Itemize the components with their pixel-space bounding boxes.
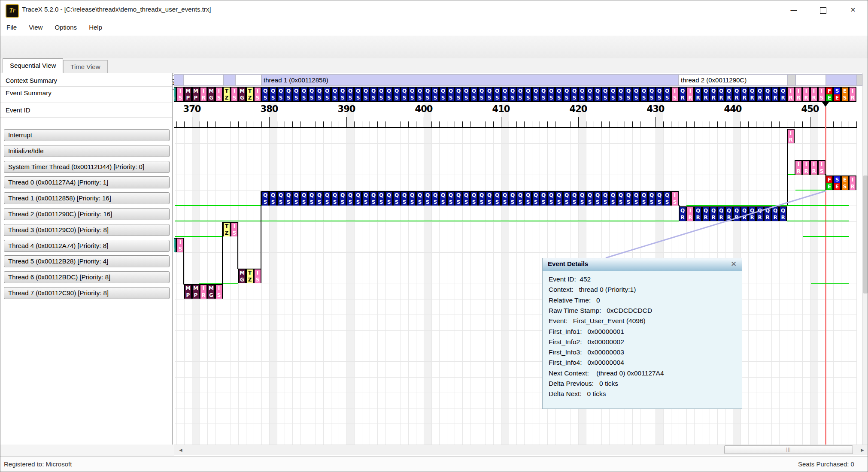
summary-event-box-MP[interactable]: MP — [184, 87, 192, 102]
summary-event-box-QS[interactable]: QS — [424, 87, 431, 102]
context-button-4[interactable]: Thread 1 (0x00112858) [Priority: 16] — [4, 192, 170, 204]
summary-event-box-QR[interactable]: QR — [779, 87, 787, 102]
summary-event-box-QS[interactable]: QS — [362, 87, 370, 102]
vertical-scrollbar-thumb[interactable] — [863, 175, 868, 293]
scroll-right-arrow[interactable]: ► — [860, 447, 865, 453]
summary-event-box-QS[interactable]: QS — [555, 87, 563, 102]
summary-event-box-QS[interactable]: QS — [617, 87, 625, 102]
context-button-6[interactable]: Thread 3 (0x001129C0) [Priority: 8] — [4, 224, 170, 236]
canvas-event-box-QS[interactable]: QS — [509, 191, 516, 206]
summary-event-box-QR[interactable]: QR — [717, 87, 725, 102]
canvas-event-box-QS[interactable]: QS — [354, 191, 362, 206]
canvas-event-box-QR[interactable]: QR — [741, 206, 748, 221]
canvas-event-box-IR[interactable]: IR — [200, 284, 207, 299]
summary-event-box-IR[interactable]: IR — [787, 87, 795, 102]
summary-event-box-QS[interactable]: QS — [300, 87, 308, 102]
summary-event-box-QR[interactable]: QR — [748, 87, 756, 102]
summary-event-box-IR[interactable]: IR — [686, 87, 694, 102]
summary-event-box-QS[interactable]: QS — [594, 87, 601, 102]
timeline-canvas[interactable]: thread 1 (0x00112858)thread 2 (0x0011290… — [174, 73, 862, 445]
summary-event-box-QS[interactable]: QS — [277, 87, 285, 102]
canvas-event-box-QS[interactable]: QS — [648, 191, 656, 206]
canvas-event-box-QS[interactable]: QS — [632, 191, 640, 206]
context-button-7[interactable]: Thread 4 (0x00112A74) [Priority: 8] — [4, 240, 170, 252]
canvas-event-box-QS[interactable]: QS — [617, 191, 625, 206]
canvas-event-box-IR[interactable]: IR — [849, 175, 856, 190]
summary-event-box-SE[interactable]: SE — [833, 87, 841, 102]
canvas-event-box-QR[interactable]: QR — [733, 206, 741, 221]
canvas-event-box-QR[interactable]: QR — [717, 206, 725, 221]
context-button-9[interactable]: Thread 6 (0x00112BDC) [Priority: 8] — [4, 271, 170, 283]
canvas-event-box-QS[interactable]: QS — [532, 191, 540, 206]
summary-event-box-TZ[interactable]: TZ — [246, 87, 254, 102]
summary-event-box-QS[interactable]: QS — [269, 87, 277, 102]
context-button-1[interactable]: Initialize/Idle — [4, 145, 170, 157]
summary-event-box-QS[interactable]: QS — [563, 87, 571, 102]
summary-event-box-QS[interactable]: QS — [648, 87, 656, 102]
summary-event-box-MP[interactable]: MP — [192, 87, 200, 102]
canvas-event-box-QR[interactable]: QR — [771, 206, 779, 221]
summary-event-box-QS[interactable]: QS — [346, 87, 354, 102]
summary-event-box-IS[interactable]: IS — [671, 87, 679, 102]
summary-event-box-QS[interactable]: QS — [656, 87, 663, 102]
canvas-event-box-MG[interactable]: MG — [207, 284, 215, 299]
summary-event-box-QR[interactable]: QR — [679, 87, 686, 102]
context-button-0[interactable]: Interrupt — [4, 129, 170, 141]
summary-event-box-QS[interactable]: QS — [385, 87, 393, 102]
canvas-event-box-QS[interactable]: QS — [516, 191, 524, 206]
summary-event-box-TZ[interactable]: TZ — [223, 87, 231, 102]
canvas-event-box-QS[interactable]: QS — [292, 191, 300, 206]
canvas-event-box-TZ[interactable]: TZ — [223, 222, 231, 236]
canvas-event-box-QS[interactable]: QS — [377, 191, 385, 206]
canvas-event-box-IS[interactable]: IS — [231, 222, 238, 236]
summary-event-box-QS[interactable]: QS — [493, 87, 501, 102]
canvas-event-box-QS[interactable]: QS — [300, 191, 308, 206]
canvas-event-box-QS[interactable]: QS — [578, 191, 586, 206]
canvas-event-box-QS[interactable]: QS — [424, 191, 431, 206]
summary-event-box-QR[interactable]: QR — [764, 87, 771, 102]
summary-event-box-QS[interactable]: QS — [377, 87, 385, 102]
menu-item-file[interactable]: File — [0, 20, 23, 31]
summary-event-box-QS[interactable]: QS — [601, 87, 609, 102]
canvas-event-box-QR[interactable]: QR — [764, 206, 771, 221]
summary-event-box-QS[interactable]: QS — [431, 87, 439, 102]
canvas-event-box-QS[interactable]: QS — [439, 191, 447, 206]
canvas-event-box-QS[interactable]: QS — [555, 191, 563, 206]
summary-event-box-FE[interactable]: FE — [826, 87, 833, 102]
canvas-event-box-QR[interactable]: QR — [702, 206, 710, 221]
summary-event-box-QS[interactable]: QS — [632, 87, 640, 102]
canvas-event-box-QS[interactable]: QS — [285, 191, 292, 206]
maximize-button[interactable] — [809, 0, 837, 19]
canvas-event-box-FE[interactable]: FE — [826, 175, 833, 190]
canvas-event-box-QS[interactable]: QS — [401, 191, 408, 206]
summary-event-box-QS[interactable]: QS — [640, 87, 648, 102]
summary-event-box-QS[interactable]: QS — [401, 87, 408, 102]
summary-event-box-IS[interactable]: IS — [818, 87, 826, 102]
canvas-event-box-QS[interactable]: QS — [316, 191, 323, 206]
canvas-event-box-QS[interactable]: QS — [640, 191, 648, 206]
canvas-event-box-QS[interactable]: QS — [308, 191, 316, 206]
tab-time-view[interactable]: Time View — [63, 60, 107, 73]
summary-event-box-QS[interactable]: QS — [540, 87, 547, 102]
canvas-event-box-QS[interactable]: QS — [663, 191, 671, 206]
canvas-event-box-QS[interactable]: QS — [470, 191, 478, 206]
canvas-event-box-IS[interactable]: IS — [671, 191, 679, 206]
summary-event-box-QS[interactable]: QS — [609, 87, 617, 102]
canvas-event-box-MP[interactable]: MP — [192, 284, 200, 299]
summary-event-box-QS[interactable]: QS — [470, 87, 478, 102]
context-button-10[interactable]: Thread 7 (0x00112C90) [Priority: 8] — [4, 287, 170, 299]
summary-event-box-QS[interactable]: QS — [509, 87, 516, 102]
canvas-event-box-TZ[interactable]: TZ — [246, 269, 254, 283]
canvas-event-box-QS[interactable]: QS — [277, 191, 285, 206]
summary-event-box-QS[interactable]: QS — [663, 87, 671, 102]
canvas-event-box-ES[interactable]: ES — [841, 175, 849, 190]
summary-event-box-QS[interactable]: QS — [354, 87, 362, 102]
canvas-event-box-QR[interactable]: QR — [756, 206, 764, 221]
menu-item-options[interactable]: Options — [49, 20, 83, 31]
menu-item-help[interactable]: Help — [83, 20, 108, 31]
canvas-event-box-IS[interactable]: IS — [254, 269, 261, 283]
summary-event-box-QS[interactable]: QS — [331, 87, 339, 102]
canvas-event-box-QS[interactable]: QS — [455, 191, 462, 206]
canvas-event-box-IS[interactable]: IS — [176, 238, 184, 252]
summary-event-box-ES[interactable]: ES — [841, 87, 849, 102]
